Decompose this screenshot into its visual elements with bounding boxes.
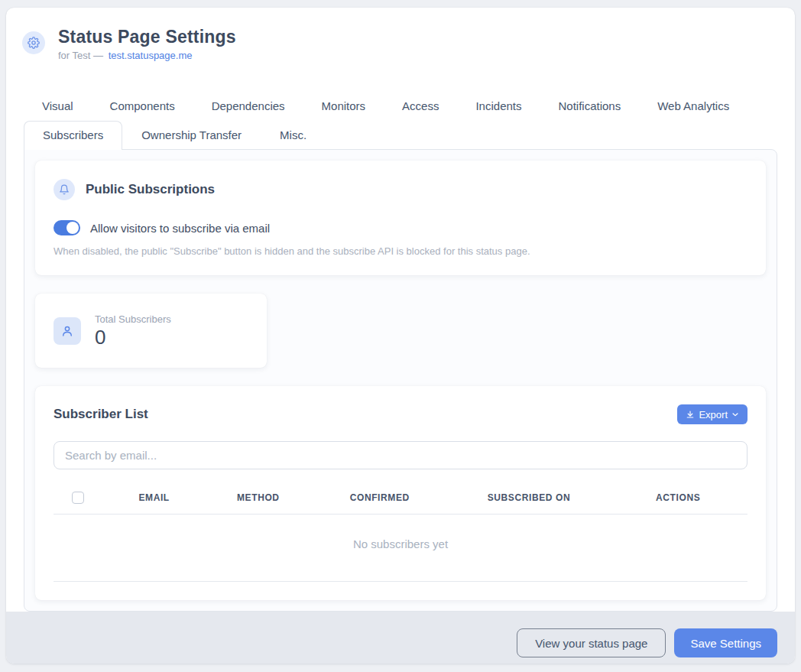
subscriber-list-heading: Subscriber List — [54, 407, 148, 422]
total-subscribers-text: Total Subscribers 0 — [95, 313, 171, 348]
gear-icon — [22, 31, 45, 54]
settings-footer: View your status page Save Settings — [6, 612, 795, 664]
public-subscriptions-card: Public Subscriptions Allow visitors to s… — [35, 161, 766, 275]
subscriber-list-header: Subscriber List Export — [54, 404, 747, 424]
public-subscriptions-heading: Public Subscriptions — [86, 182, 215, 197]
tab-dependencies[interactable]: Dependencies — [193, 96, 303, 116]
tab-misc[interactable]: Misc. — [261, 121, 326, 149]
subscribe-toggle-row: Allow visitors to subscribe via email — [54, 220, 747, 235]
tab-incidents[interactable]: Incidents — [457, 96, 540, 116]
status-page-link[interactable]: test.statuspage.me — [109, 50, 193, 61]
total-subscribers-label: Total Subscribers — [95, 313, 171, 325]
column-actions: ACTIONS — [608, 485, 747, 515]
empty-state-text: No subscribers yet — [54, 515, 747, 582]
tab-ownership-transfer[interactable]: Ownership Transfer — [122, 121, 261, 149]
select-all-checkbox[interactable] — [72, 492, 84, 504]
public-subscriptions-header: Public Subscriptions — [54, 179, 747, 200]
settings-window: Status Page Settings for Test — test.sta… — [6, 8, 795, 664]
tab-visual[interactable]: Visual — [24, 96, 92, 116]
total-subscribers-value: 0 — [95, 326, 171, 348]
save-settings-button[interactable]: Save Settings — [674, 628, 777, 657]
bell-icon — [54, 179, 75, 200]
tab-row-primary: Visual Components Dependencies Monitors … — [6, 96, 795, 116]
subtitle-prefix: for Test — — [58, 50, 103, 61]
search-input[interactable] — [54, 441, 747, 469]
empty-state-row: No subscribers yet — [54, 515, 747, 582]
subscribers-table: EMAIL METHOD CONFIRMED SUBSCRIBED ON ACT… — [54, 485, 747, 582]
download-icon — [686, 410, 695, 419]
tab-monitors[interactable]: Monitors — [303, 96, 384, 116]
page-background: Status Page Settings for Test — test.sta… — [0, 0, 801, 672]
subscriber-list-card: Subscriber List Export — [35, 386, 766, 600]
toggle-knob — [66, 222, 79, 234]
view-status-page-button[interactable]: View your status page — [517, 628, 666, 657]
export-button-label: Export — [699, 409, 728, 420]
chevron-down-icon — [731, 411, 739, 418]
user-icon — [54, 317, 81, 345]
settings-body: Status Page Settings for Test — test.sta… — [6, 8, 795, 612]
export-button[interactable]: Export — [677, 404, 747, 424]
column-email: EMAIL — [102, 485, 206, 515]
allow-subscribe-toggle[interactable] — [54, 220, 80, 235]
column-method: METHOD — [206, 485, 310, 515]
tab-notifications[interactable]: Notifications — [540, 96, 640, 116]
toggle-label: Allow visitors to subscribe via email — [90, 222, 270, 235]
tab-row-secondary: Subscribers Ownership Transfer Misc. — [6, 121, 795, 149]
column-subscribed-on: SUBSCRIBED ON — [449, 485, 609, 515]
page-title: Status Page Settings — [58, 25, 236, 48]
page-header: Status Page Settings for Test — test.sta… — [6, 8, 795, 61]
tab-access[interactable]: Access — [384, 96, 457, 116]
tab-subscribers[interactable]: Subscribers — [24, 121, 122, 150]
table-header-row: EMAIL METHOD CONFIRMED SUBSCRIBED ON ACT… — [54, 485, 747, 515]
column-confirmed: CONFIRMED — [310, 485, 449, 515]
header-text: Status Page Settings for Test — test.sta… — [58, 25, 236, 61]
subscribers-panel: Public Subscriptions Allow visitors to s… — [24, 149, 777, 612]
tab-web-analytics[interactable]: Web Analytics — [639, 96, 747, 116]
subscribe-help-text: When disabled, the public "Subscribe" bu… — [54, 245, 747, 257]
tab-components[interactable]: Components — [92, 96, 193, 116]
page-subtitle: for Test — test.statuspage.me — [58, 50, 236, 61]
total-subscribers-card: Total Subscribers 0 — [35, 294, 267, 368]
